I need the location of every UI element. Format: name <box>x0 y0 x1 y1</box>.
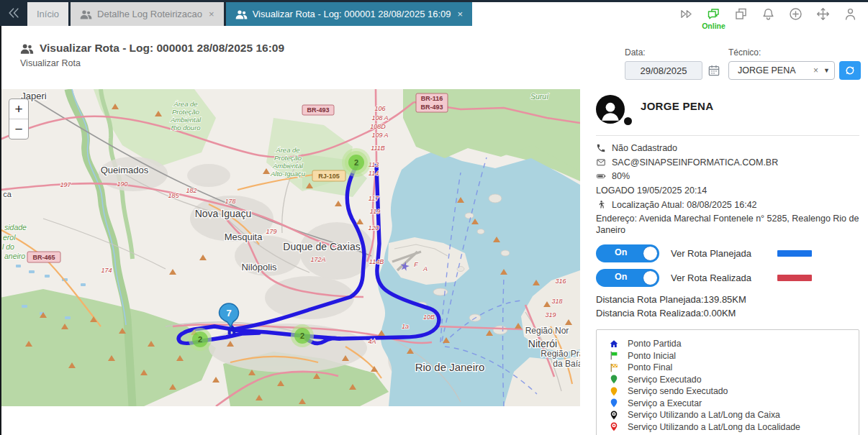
cluster-marker[interactable]: 2 <box>291 324 314 347</box>
tab-inicio[interactable]: Início <box>27 2 68 26</box>
mail-icon <box>596 157 606 168</box>
legend-item: Serviço Utilizando a Lat/Long da Caixa <box>609 409 853 421</box>
svg-text:Proteção: Proteção <box>274 154 302 162</box>
notifications-bell-icon[interactable] <box>761 6 776 22</box>
map-zoom-out-button[interactable]: − <box>9 119 28 139</box>
svg-text:da Baía: da Baía <box>553 359 580 369</box>
date-input[interactable] <box>625 61 702 80</box>
clear-selection-icon[interactable]: × <box>813 65 818 75</box>
svg-text:Mesquita: Mesquita <box>225 232 263 242</box>
svg-text:erol: erol <box>3 233 16 242</box>
topbar-icons: Online <box>472 2 868 26</box>
tab-label: Início <box>37 9 59 19</box>
planned-route-color-swatch <box>777 250 812 257</box>
svg-text:106: 106 <box>374 105 385 112</box>
panel-divider <box>596 135 859 136</box>
tab-detalhe-log[interactable]: Detalhe Log Roteirizacao × <box>71 2 224 26</box>
distance-planned: Distancia Rota Planejada:139.85KM <box>596 293 859 307</box>
svg-text:l do: l do <box>2 242 14 251</box>
svg-text:119: 119 <box>370 208 380 215</box>
svg-text:4A: 4A <box>368 338 376 345</box>
svg-text:1a: 1a <box>402 323 409 330</box>
svg-text:Rio douro: Rio douro <box>171 124 200 132</box>
svg-text:179: 179 <box>266 228 276 235</box>
users-icon <box>235 9 248 19</box>
svg-text:185: 185 <box>168 192 179 199</box>
svg-text:108D: 108D <box>370 123 386 130</box>
technician-value: JORGE PENA <box>738 65 813 75</box>
cluster-marker[interactable]: 2 <box>189 328 212 351</box>
svg-text:Rio de Janeiro: Rio de Janeiro <box>415 361 485 373</box>
svg-text:Região Praias: Região Praias <box>541 349 580 359</box>
map-legend: Ponto Partida Ponto Inicial Ponto Final … <box>596 329 859 435</box>
legend-item: Serviço a Executar <box>609 398 853 410</box>
svg-text:Duque de Caxias: Duque de Caxias <box>283 241 360 252</box>
user-profile-icon[interactable] <box>843 6 858 22</box>
calendar-icon[interactable] <box>707 63 721 78</box>
chat-online-icon[interactable] <box>706 6 721 22</box>
chevron-down-icon[interactable]: ▼ <box>823 67 830 74</box>
person-silhouette-icon <box>600 100 620 123</box>
refresh-icon <box>844 64 856 77</box>
svg-text:316: 316 <box>555 278 566 285</box>
logged-row: LOGADO 19/05/2025 20:14 <box>596 186 859 197</box>
black-pin-icon <box>609 410 619 421</box>
route-map[interactable]: + − <box>0 89 580 406</box>
done-route-label: Ver Rota Realizada <box>671 273 777 283</box>
tab-close-icon[interactable]: × <box>209 9 214 19</box>
tabs-scroll-left-button[interactable] <box>0 0 27 26</box>
window-left-border <box>0 26 1 435</box>
technician-select[interactable]: JORGE PENA × ▼ <box>728 61 835 80</box>
email-row: SAC@SINAPSEINFORMATICA.COM.BR <box>596 157 859 169</box>
svg-text:114: 114 <box>369 170 379 177</box>
green-flag-icon <box>609 350 619 361</box>
svg-text:197: 197 <box>60 181 71 188</box>
fast-forward-icon[interactable] <box>679 6 694 22</box>
green-pin-icon <box>609 374 619 385</box>
svg-text:Queimados: Queimados <box>101 165 149 175</box>
map-zoom-in-button[interactable]: + <box>9 99 28 119</box>
done-route-toggle-row: On Ver Rota Realizada <box>596 269 859 287</box>
blue-pin-icon <box>609 398 619 408</box>
legend-item: Serviço sendo Executado <box>609 385 853 398</box>
checkered-flag-icon <box>609 362 619 373</box>
planned-route-toggle[interactable]: On <box>596 244 659 262</box>
legend-item: Ponto Final <box>609 362 853 374</box>
tab-close-icon[interactable]: × <box>458 9 464 19</box>
svg-text:Ambiental: Ambiental <box>170 116 202 124</box>
toggle-knob <box>643 246 658 261</box>
done-route-toggle[interactable]: On <box>596 269 659 287</box>
tab-visualizar-rota[interactable]: Visualizar Rota - Log: 000001 28/08/2025… <box>226 2 472 26</box>
toggle-knob <box>643 270 658 285</box>
svg-text:sidade: sidade <box>4 223 27 232</box>
zoom-plus-circle-icon[interactable] <box>788 6 803 22</box>
svg-text:Ambiental: Ambiental <box>272 162 304 170</box>
svg-text:BR-116: BR-116 <box>421 95 443 102</box>
svg-text:Nilópolis: Nilópolis <box>241 262 277 273</box>
svg-text:120: 120 <box>368 224 379 232</box>
copy-windows-icon[interactable] <box>733 6 749 22</box>
svg-text:109 A: 109 A <box>371 132 388 139</box>
svg-text:111B: 111B <box>371 145 385 152</box>
svg-text:182: 182 <box>186 187 196 194</box>
location-row: Localização Atual: 08/08/2025 16:42 <box>596 200 859 211</box>
users-icon <box>20 43 34 54</box>
refresh-button[interactable] <box>839 61 861 80</box>
move-arrows-icon[interactable] <box>815 6 831 22</box>
svg-text:Niterói: Niterói <box>528 338 557 349</box>
yellow-pin-icon <box>609 386 619 397</box>
svg-text:318: 318 <box>551 298 562 305</box>
svg-text:BR-493: BR-493 <box>307 106 329 114</box>
phone-row: Não Cadastrado <box>596 143 859 155</box>
legend-item: Ponto Inicial <box>609 350 853 362</box>
svg-text:Proteção: Proteção <box>172 108 199 116</box>
cluster-marker[interactable]: 2 <box>342 148 371 177</box>
svg-text:319: 319 <box>545 311 556 319</box>
legend-item: Serviço Executado <box>609 374 853 386</box>
svg-text:A: A <box>422 265 428 273</box>
svg-text:2: 2 <box>300 331 304 340</box>
battery-icon <box>596 171 606 181</box>
online-status-label: Online <box>702 22 725 30</box>
phone-icon <box>596 143 606 153</box>
date-label: Data: <box>625 47 721 58</box>
